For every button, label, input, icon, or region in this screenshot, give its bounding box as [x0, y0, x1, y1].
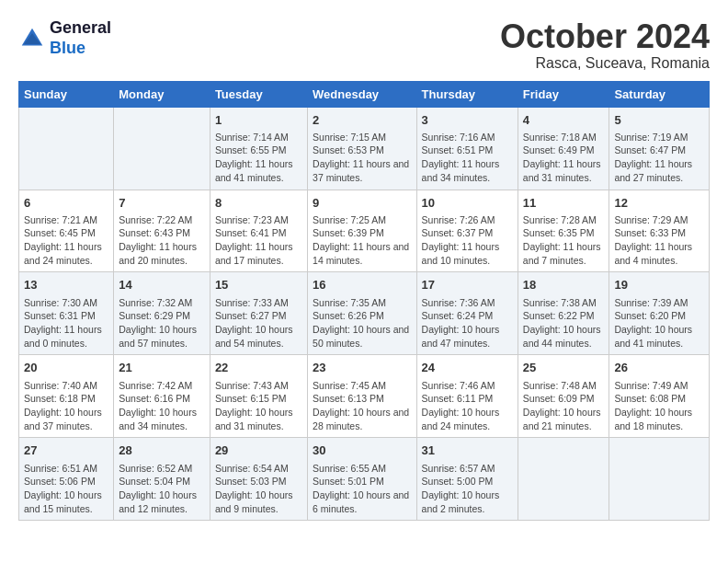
day-number: 18: [523, 277, 605, 293]
day-cell: [518, 438, 609, 521]
logo-icon: [18, 25, 46, 52]
day-number: 1: [215, 112, 302, 129]
day-number: 24: [422, 360, 513, 376]
month-title: October 2024: [500, 18, 710, 55]
day-info: Sunrise: 7:21 AMSunset: 6:45 PMDaylight:…: [24, 213, 108, 268]
day-info: Sunrise: 6:55 AMSunset: 5:01 PMDaylight:…: [313, 462, 411, 516]
logo: General Blue: [18, 18, 111, 58]
day-cell: 24Sunrise: 7:46 AMSunset: 6:11 PMDayligh…: [416, 355, 518, 438]
day-cell: 19Sunrise: 7:39 AMSunset: 6:20 PMDayligh…: [609, 272, 710, 355]
day-number: 20: [24, 360, 108, 376]
day-info: Sunrise: 7:40 AMSunset: 6:18 PMDaylight:…: [24, 379, 108, 433]
day-number: 26: [614, 360, 704, 376]
day-info: Sunrise: 7:18 AMSunset: 6:49 PMDaylight:…: [523, 131, 605, 185]
day-info: Sunrise: 7:23 AMSunset: 6:41 PMDaylight:…: [215, 213, 302, 268]
day-cell: 25Sunrise: 7:48 AMSunset: 6:09 PMDayligh…: [518, 355, 609, 438]
day-number: 17: [422, 277, 513, 293]
week-row-1: 1Sunrise: 7:14 AMSunset: 6:55 PMDaylight…: [19, 107, 710, 190]
logo-blue-text: Blue: [50, 39, 111, 59]
day-number: 4: [523, 112, 605, 129]
day-number: 14: [119, 277, 205, 293]
day-info: Sunrise: 7:33 AMSunset: 6:27 PMDaylight:…: [215, 296, 302, 350]
day-cell: 31Sunrise: 6:57 AMSunset: 5:00 PMDayligh…: [416, 438, 518, 521]
logo-general-text: General: [50, 18, 111, 39]
day-cell: [19, 107, 114, 190]
day-cell: 10Sunrise: 7:26 AMSunset: 6:37 PMDayligh…: [416, 190, 518, 272]
day-number: 30: [313, 442, 411, 459]
day-info: Sunrise: 7:25 AMSunset: 6:39 PMDaylight:…: [313, 213, 411, 268]
day-info: Sunrise: 7:26 AMSunset: 6:37 PMDaylight:…: [422, 213, 513, 268]
day-info: Sunrise: 7:49 AMSunset: 6:08 PMDaylight:…: [614, 379, 704, 433]
day-info: Sunrise: 7:30 AMSunset: 6:31 PMDaylight:…: [24, 296, 108, 350]
day-cell: 5Sunrise: 7:19 AMSunset: 6:47 PMDaylight…: [609, 107, 710, 190]
day-cell: 26Sunrise: 7:49 AMSunset: 6:08 PMDayligh…: [609, 355, 710, 438]
day-info: Sunrise: 7:16 AMSunset: 6:51 PMDaylight:…: [422, 131, 513, 185]
day-cell: 29Sunrise: 6:54 AMSunset: 5:03 PMDayligh…: [210, 438, 307, 521]
day-info: Sunrise: 7:39 AMSunset: 6:20 PMDaylight:…: [614, 296, 704, 350]
day-cell: 8Sunrise: 7:23 AMSunset: 6:41 PMDaylight…: [210, 190, 307, 272]
page-header: General Blue October 2024 Rasca, Suceava…: [18, 18, 710, 72]
day-cell: 7Sunrise: 7:22 AMSunset: 6:43 PMDaylight…: [114, 190, 210, 272]
day-number: 21: [119, 360, 205, 376]
day-number: 28: [119, 442, 205, 459]
day-info: Sunrise: 6:52 AMSunset: 5:04 PMDaylight:…: [119, 462, 205, 516]
day-info: Sunrise: 7:19 AMSunset: 6:47 PMDaylight:…: [614, 131, 704, 185]
day-cell: 16Sunrise: 7:35 AMSunset: 6:26 PMDayligh…: [308, 272, 416, 355]
day-cell: 11Sunrise: 7:28 AMSunset: 6:35 PMDayligh…: [518, 190, 609, 272]
day-number: 16: [313, 277, 411, 293]
day-number: 15: [215, 277, 302, 293]
day-cell: 1Sunrise: 7:14 AMSunset: 6:55 PMDaylight…: [210, 107, 307, 190]
day-info: Sunrise: 7:28 AMSunset: 6:35 PMDaylight:…: [523, 213, 605, 268]
day-cell: [609, 438, 710, 521]
day-info: Sunrise: 7:43 AMSunset: 6:15 PMDaylight:…: [215, 379, 302, 433]
day-cell: 4Sunrise: 7:18 AMSunset: 6:49 PMDaylight…: [518, 107, 609, 190]
col-header-friday: Friday: [518, 81, 609, 107]
col-header-wednesday: Wednesday: [308, 81, 416, 107]
day-cell: 15Sunrise: 7:33 AMSunset: 6:27 PMDayligh…: [210, 272, 307, 355]
day-info: Sunrise: 7:14 AMSunset: 6:55 PMDaylight:…: [215, 131, 302, 185]
day-cell: 22Sunrise: 7:43 AMSunset: 6:15 PMDayligh…: [210, 355, 307, 438]
day-cell: [114, 107, 210, 190]
day-info: Sunrise: 7:48 AMSunset: 6:09 PMDaylight:…: [523, 379, 605, 433]
col-header-tuesday: Tuesday: [210, 81, 307, 107]
col-header-saturday: Saturday: [609, 81, 710, 107]
day-info: Sunrise: 6:57 AMSunset: 5:00 PMDaylight:…: [422, 462, 513, 516]
day-number: 27: [24, 442, 108, 459]
col-header-sunday: Sunday: [19, 81, 114, 107]
day-number: 31: [422, 442, 513, 459]
day-info: Sunrise: 6:54 AMSunset: 5:03 PMDaylight:…: [215, 462, 302, 516]
day-cell: 21Sunrise: 7:42 AMSunset: 6:16 PMDayligh…: [114, 355, 210, 438]
day-cell: 17Sunrise: 7:36 AMSunset: 6:24 PMDayligh…: [416, 272, 518, 355]
day-info: Sunrise: 7:32 AMSunset: 6:29 PMDaylight:…: [119, 296, 205, 350]
day-number: 10: [422, 195, 513, 212]
day-number: 23: [313, 360, 411, 376]
calendar-table: SundayMondayTuesdayWednesdayThursdayFrid…: [18, 81, 710, 522]
day-info: Sunrise: 7:45 AMSunset: 6:13 PMDaylight:…: [313, 379, 411, 433]
day-cell: 6Sunrise: 7:21 AMSunset: 6:45 PMDaylight…: [19, 190, 114, 272]
location: Rasca, Suceava, Romania: [500, 55, 710, 72]
day-number: 6: [24, 195, 108, 212]
day-number: 22: [215, 360, 302, 376]
day-cell: 3Sunrise: 7:16 AMSunset: 6:51 PMDaylight…: [416, 107, 518, 190]
week-row-5: 27Sunrise: 6:51 AMSunset: 5:06 PMDayligh…: [19, 438, 710, 521]
day-number: 2: [313, 112, 411, 129]
day-info: Sunrise: 7:46 AMSunset: 6:11 PMDaylight:…: [422, 379, 513, 433]
day-number: 7: [119, 195, 205, 212]
day-number: 25: [523, 360, 605, 376]
day-info: Sunrise: 7:22 AMSunset: 6:43 PMDaylight:…: [119, 213, 205, 268]
day-info: Sunrise: 7:15 AMSunset: 6:53 PMDaylight:…: [313, 131, 411, 185]
day-cell: 30Sunrise: 6:55 AMSunset: 5:01 PMDayligh…: [308, 438, 416, 521]
day-cell: 12Sunrise: 7:29 AMSunset: 6:33 PMDayligh…: [609, 190, 710, 272]
day-cell: 18Sunrise: 7:38 AMSunset: 6:22 PMDayligh…: [518, 272, 609, 355]
col-header-thursday: Thursday: [416, 81, 518, 107]
day-cell: 20Sunrise: 7:40 AMSunset: 6:18 PMDayligh…: [19, 355, 114, 438]
day-cell: 14Sunrise: 7:32 AMSunset: 6:29 PMDayligh…: [114, 272, 210, 355]
col-header-monday: Monday: [114, 81, 210, 107]
day-cell: 28Sunrise: 6:52 AMSunset: 5:04 PMDayligh…: [114, 438, 210, 521]
day-cell: 2Sunrise: 7:15 AMSunset: 6:53 PMDaylight…: [308, 107, 416, 190]
day-cell: 9Sunrise: 7:25 AMSunset: 6:39 PMDaylight…: [308, 190, 416, 272]
week-row-3: 13Sunrise: 7:30 AMSunset: 6:31 PMDayligh…: [19, 272, 710, 355]
day-cell: 27Sunrise: 6:51 AMSunset: 5:06 PMDayligh…: [19, 438, 114, 521]
day-info: Sunrise: 7:35 AMSunset: 6:26 PMDaylight:…: [313, 296, 411, 350]
day-cell: 23Sunrise: 7:45 AMSunset: 6:13 PMDayligh…: [308, 355, 416, 438]
